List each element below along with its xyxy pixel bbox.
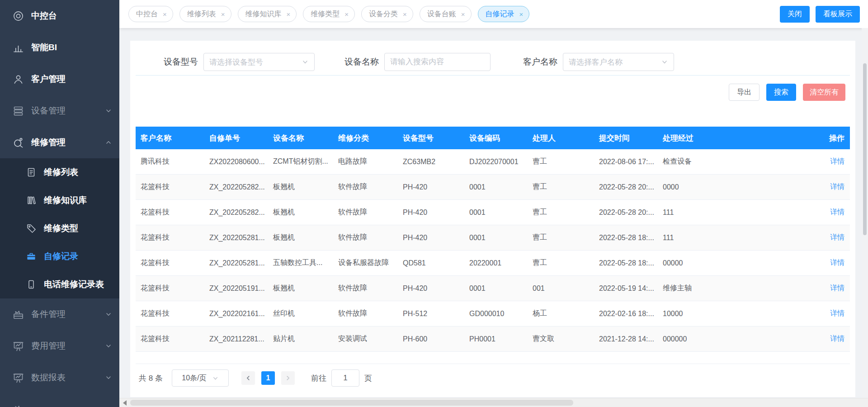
next-page-button[interactable] <box>281 371 295 385</box>
search-button[interactable]: 搜索 <box>766 84 796 101</box>
sidebar-item-label: 费用管理 <box>31 340 66 352</box>
filter-customer: 客户名称 请选择客户名称 <box>523 53 674 71</box>
table-row: 花篮科技ZX_202205281...五轴数控工具...设备私服器故障QD581… <box>136 251 850 276</box>
sidebar-subitem-label: 电话维修记录表 <box>44 279 104 290</box>
detail-link[interactable]: 详情 <box>830 182 844 192</box>
cell-8: 00000 <box>658 259 814 267</box>
detail-link[interactable]: 详情 <box>830 208 844 217</box>
sidebar-item-console[interactable]: 中控台 <box>0 0 119 32</box>
cell-8: 10000 <box>658 310 814 318</box>
page-number-1[interactable]: 1 <box>261 371 275 385</box>
scroll-left-arrow-icon[interactable] <box>123 400 127 406</box>
page-size-select[interactable]: 10条/页 <box>172 369 229 387</box>
cell-2: 板翘机 <box>268 182 333 192</box>
table-row: 花篮科技ZX_202202161...丝印机软件故障PH-512GD000010… <box>136 301 850 327</box>
tabbar-actions: 关闭 看板展示 <box>780 6 868 23</box>
detail-link[interactable]: 详情 <box>830 233 844 242</box>
goto-label: 前往 <box>311 373 326 383</box>
sidebar-subitem-self-repair-record[interactable]: 自修记录 <box>0 242 119 270</box>
column-header-0: 客户名称 <box>136 133 204 143</box>
repair-search-icon <box>12 137 24 149</box>
cell-7: 2021-12-28 14:... <box>594 335 658 343</box>
board-display-button[interactable]: 看板展示 <box>816 6 860 23</box>
close-tab-icon[interactable]: × <box>403 11 407 18</box>
sidebar-item-report-mgmt[interactable]: 数据报表 <box>0 362 119 393</box>
tabbar: 中控台×维修列表×维修知识库×维修类型×设备分类×设备台账×自修记录× 关闭 看… <box>119 0 868 28</box>
sidebar-item-label: 客户管理 <box>31 73 66 85</box>
tab-repair-list[interactable]: 维修列表× <box>179 6 231 22</box>
cell-0: 花篮科技 <box>136 208 204 217</box>
close-button[interactable]: 关闭 <box>780 6 810 23</box>
cell-4: PH-600 <box>398 335 464 343</box>
close-tab-icon[interactable]: × <box>344 11 349 18</box>
tab-self-repair-record[interactable]: 自修记录× <box>478 6 530 22</box>
cell-4: PH-420 <box>398 208 464 217</box>
cell-8: 维修主轴 <box>658 284 814 293</box>
sidebar-item-customer-mgmt[interactable]: 客户管理 <box>0 63 119 95</box>
close-tab-icon[interactable]: × <box>221 11 225 18</box>
tab-console[interactable]: 中控台× <box>128 6 173 22</box>
close-tab-icon[interactable]: × <box>287 11 291 18</box>
customer-name-label: 客户名称 <box>523 56 557 68</box>
sidebar-subitem-phone-repair-record[interactable]: 电话维修记录表 <box>0 270 119 298</box>
goto-page-input[interactable] <box>331 369 359 387</box>
sidebar-item-label: 智能BI <box>31 42 57 53</box>
sidebar-item-smart-bi[interactable]: 智能BI <box>0 32 119 63</box>
column-header-7: 提交时间 <box>594 133 658 143</box>
tab-repair-type[interactable]: 维修类型× <box>303 6 355 22</box>
device-model-select[interactable]: 请选择设备型号 <box>203 53 315 71</box>
horizontal-scrollbar-thumb[interactable] <box>130 400 573 406</box>
sidebar-subitem-repair-knowledge[interactable]: 维修知识库 <box>0 186 119 214</box>
cell-2: 贴片机 <box>268 334 333 344</box>
tab-device-ledger[interactable]: 设备台账× <box>420 6 472 22</box>
detail-link[interactable]: 详情 <box>830 258 844 268</box>
close-tab-icon[interactable]: × <box>461 11 465 18</box>
tab-label: 设备分类 <box>369 9 398 19</box>
chevron-down-icon <box>105 311 112 318</box>
cell-6: 曹工 <box>528 157 594 166</box>
customer-name-select[interactable]: 请选择客户名称 <box>563 53 674 71</box>
chevron-down-icon <box>105 107 112 114</box>
sidebar-subitem-repair-type[interactable]: 维修类型 <box>0 214 119 242</box>
cell-0: 腾讯科技 <box>136 157 204 166</box>
close-tab-icon[interactable]: × <box>163 11 167 18</box>
tab-label: 维修知识库 <box>245 9 282 19</box>
sidebar-subitem-repair-list[interactable]: 维修列表 <box>0 158 119 186</box>
sidebar-item-repair-mgmt[interactable]: 维修管理 <box>0 127 119 158</box>
detail-link[interactable]: 详情 <box>830 334 844 344</box>
cell-4: PH-420 <box>398 284 464 293</box>
cell-6: 曹工 <box>528 208 594 217</box>
filter-device-name: 设备名称 <box>344 53 491 71</box>
tab-list: 中控台×维修列表×维修知识库×维修类型×设备分类×设备台账×自修记录× <box>128 6 536 22</box>
cell-7: 2022-05-19 14:... <box>594 284 658 293</box>
tab-device-category[interactable]: 设备分类× <box>361 6 413 22</box>
column-header-8: 处理经过 <box>658 133 814 143</box>
records-table: 客户名称自修单号设备名称维修分类设备型号设备编码处理人提交时间处理经过操作 腾讯… <box>136 127 850 352</box>
detail-link[interactable]: 详情 <box>830 309 844 318</box>
tab-label: 中控台 <box>136 9 158 19</box>
cell-0: 花篮科技 <box>136 182 204 192</box>
cell-1: ZX_202205281... <box>204 234 268 242</box>
export-button[interactable]: 导出 <box>729 84 760 101</box>
cell-0: 花篮科技 <box>136 258 204 268</box>
action-button-row: 导出 搜索 清空所有 <box>729 84 845 101</box>
detail-link[interactable]: 详情 <box>830 157 844 166</box>
cell-2: 板翘机 <box>268 208 333 217</box>
close-tab-icon[interactable]: × <box>519 11 524 18</box>
sidebar-item-device-mgmt[interactable]: 设备管理 <box>0 95 119 127</box>
tab-repair-knowledge[interactable]: 维修知识库× <box>238 6 297 22</box>
horizontal-scrollbar[interactable] <box>119 398 868 407</box>
cell-action: 详情 <box>814 284 850 293</box>
prev-page-button[interactable] <box>241 371 255 385</box>
cell-3: 软件故障 <box>333 182 398 192</box>
filter-device-model: 设备型号 请选择设备型号 <box>164 53 315 71</box>
sidebar-item-fee-mgmt[interactable]: 费用管理 <box>0 330 119 362</box>
column-header-9: 操作 <box>814 133 850 143</box>
sidebar-item-clipped[interactable] <box>0 393 119 407</box>
detail-link[interactable]: 详情 <box>830 284 844 293</box>
clear-all-button[interactable]: 清空所有 <box>803 84 845 101</box>
sidebar-item-spare-mgmt[interactable]: 备件管理 <box>0 298 119 330</box>
device-name-input[interactable] <box>384 53 491 71</box>
sidebar-subitem-label: 维修知识库 <box>44 194 87 206</box>
vertical-scrollbar-thumb[interactable] <box>863 63 867 235</box>
